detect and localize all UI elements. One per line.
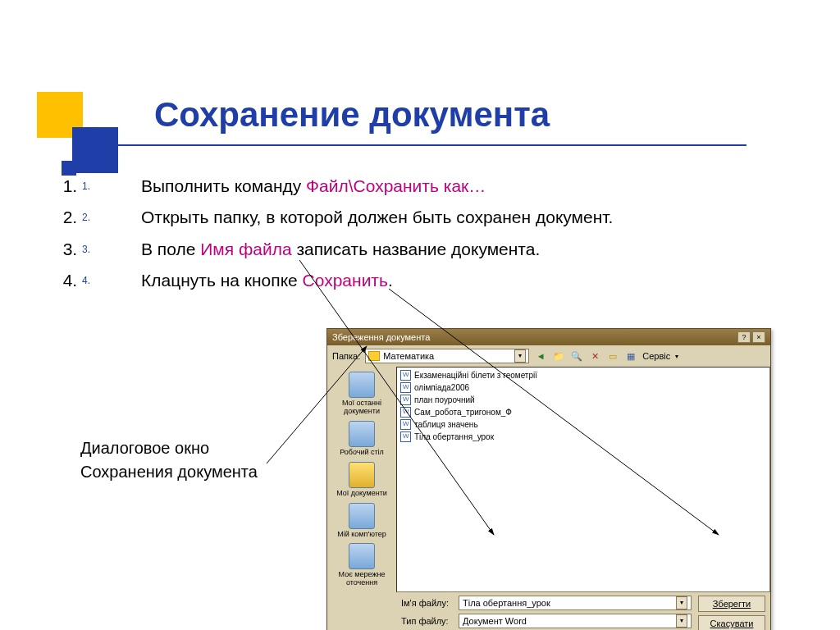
dialog-titlebar[interactable]: Збереження документа ? × (327, 329, 770, 345)
slide-title: Сохранение документа (154, 95, 550, 135)
recent-icon (349, 372, 375, 398)
place-recent[interactable]: Мої останні документи (331, 370, 393, 418)
dialog-title-text: Збереження документа (332, 329, 430, 345)
up-icon[interactable]: 📁 (552, 349, 565, 363)
dialog-caption: Диалоговое окно Сохранения документа (80, 436, 258, 484)
word-doc-icon (400, 419, 411, 430)
place-network[interactable]: Моє мережне оточення (331, 541, 393, 589)
file-list[interactable]: Екзаменаційні білети з геометрії олімпіа… (396, 367, 770, 592)
list-item[interactable]: Екзаменаційні білети з геометрії (399, 369, 768, 381)
list-item[interactable]: олімпіада2006 (399, 381, 768, 394)
list-item[interactable]: Сам_робота_тригоном_Ф (399, 406, 768, 418)
computer-icon (349, 503, 375, 529)
save-button[interactable]: Зберегти (698, 596, 765, 612)
search-icon[interactable]: 🔍 (570, 349, 583, 363)
filename-input[interactable]: Тіла обертання_урок▾ (459, 596, 692, 610)
word-doc-icon (400, 370, 411, 381)
place-computer[interactable]: Мій комп'ютер (331, 501, 393, 541)
folder-label: Папка: (332, 351, 360, 361)
newfolder-icon[interactable]: ▭ (606, 349, 619, 363)
network-icon (349, 543, 375, 569)
step-4: Клацнуть на кнопке Сохранить. (82, 268, 613, 293)
list-item[interactable]: Тіла обертання_урок (399, 431, 768, 443)
decor-square-blue (72, 127, 118, 173)
service-menu[interactable]: Сервіс (642, 351, 670, 361)
word-doc-icon (400, 407, 411, 418)
step-2: Открыть папку, в которой должен быть сох… (82, 205, 613, 230)
cancel-button[interactable]: Скасувати (698, 615, 765, 630)
slide: Сохранение документа Выполнить команду Ф… (0, 0, 840, 630)
chevron-down-icon: ▾ (514, 349, 526, 363)
word-doc-icon (400, 395, 411, 405)
folder-icon (368, 351, 380, 361)
filetype-label: Тип файлу: (401, 616, 454, 626)
help-button[interactable]: ? (737, 331, 751, 343)
word-doc-icon (400, 382, 411, 393)
chevron-down-icon[interactable]: ▾ (676, 596, 687, 609)
mydocs-icon (349, 462, 375, 488)
close-button[interactable]: × (752, 331, 765, 343)
word-doc-icon (400, 431, 411, 442)
places-bar: Мої останні документи Робочий стіл Мої д… (327, 367, 396, 592)
step-list: Выполнить команду Файл\Сохранить как… От… (82, 174, 613, 300)
step-1: Выполнить команду Файл\Сохранить как… (82, 174, 613, 199)
folder-dropdown[interactable]: Математика ▾ (365, 349, 529, 363)
filename-label: Ім'я файлу: (401, 598, 454, 608)
views-icon[interactable]: ▦ (624, 349, 637, 363)
delete-icon[interactable]: ✕ (588, 349, 601, 363)
list-item[interactable]: план поурочний (399, 394, 768, 406)
save-dialog: Збереження документа ? × Папка: Математи… (326, 328, 771, 630)
title-underline (74, 144, 746, 146)
desktop-icon (349, 421, 375, 447)
back-icon[interactable]: ◄ (534, 349, 547, 363)
dialog-toolbar: Папка: Математика ▾ ◄ 📁 🔍 ✕ ▭ ▦ Сервіс▾ (327, 345, 770, 367)
place-mydocs[interactable]: Мої документи (331, 460, 393, 500)
step-3: В поле Имя файла записать название докум… (82, 237, 613, 262)
place-desktop[interactable]: Робочий стіл (331, 419, 393, 459)
chevron-down-icon[interactable]: ▾ (676, 614, 687, 628)
list-item[interactable]: таблиця значень (399, 418, 768, 431)
filetype-dropdown[interactable]: Документ Word▾ (459, 614, 692, 628)
